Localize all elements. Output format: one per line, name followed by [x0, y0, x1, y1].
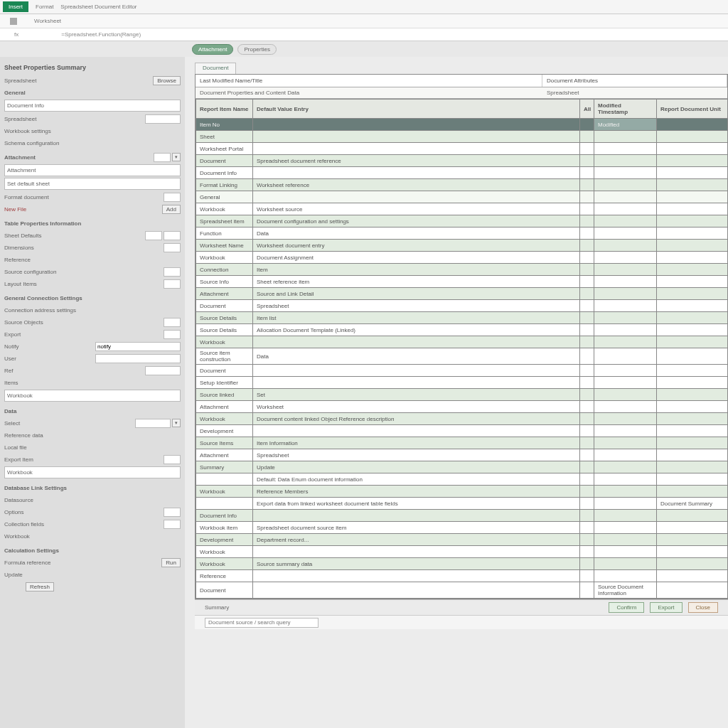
table-row[interactable]: Export data from linked worksheet docume… [196, 498, 728, 510]
cell[interactable] [657, 449, 728, 461]
close-button[interactable]: Close [688, 602, 718, 613]
stepper-icon[interactable]: ▾ [172, 153, 181, 161]
cell[interactable] [594, 461, 657, 473]
cell[interactable] [657, 252, 728, 264]
cell[interactable]: Worksheet Name [196, 240, 253, 252]
options-in[interactable] [164, 508, 181, 517]
cell[interactable] [253, 191, 580, 203]
cell[interactable] [253, 365, 580, 377]
cell[interactable] [657, 119, 728, 131]
cell[interactable] [657, 179, 728, 191]
cell[interactable] [580, 558, 594, 570]
table-row[interactable]: Worksheet Portal [196, 143, 728, 155]
cell[interactable]: Workbook [196, 413, 253, 425]
col-all[interactable]: All [580, 100, 594, 119]
cell[interactable] [657, 336, 728, 348]
cell[interactable] [580, 413, 594, 425]
cell[interactable]: Workbook [196, 546, 253, 558]
table-row[interactable]: Format LinkingWorksheet reference [196, 179, 728, 191]
cell[interactable]: Document [196, 365, 253, 377]
cell[interactable]: Set [253, 389, 580, 401]
cell[interactable] [580, 131, 594, 143]
table-row[interactable]: Source item constructionData [196, 348, 728, 365]
cell[interactable] [657, 131, 728, 143]
table-row[interactable]: FunctionData [196, 228, 728, 240]
table-row[interactable]: Workbook [196, 546, 728, 558]
cell[interactable] [594, 276, 657, 288]
cell[interactable] [594, 389, 657, 401]
table-row[interactable]: Document Info [196, 510, 728, 522]
cell[interactable] [253, 143, 580, 155]
cell[interactable] [594, 401, 657, 413]
cell[interactable]: Development [196, 425, 253, 437]
table-row[interactable]: Worksheet NameWorksheet document entry [196, 240, 728, 252]
cell[interactable]: Item list [253, 312, 580, 324]
cell[interactable] [594, 203, 657, 215]
cell[interactable] [594, 215, 657, 228]
cell[interactable] [580, 570, 594, 582]
cell[interactable] [594, 252, 657, 264]
cell[interactable] [253, 510, 580, 522]
cell[interactable]: Source item construction [196, 348, 253, 365]
cell[interactable]: Setup Identifier [196, 377, 253, 389]
cell[interactable] [594, 437, 657, 449]
cell[interactable]: Document [196, 582, 253, 599]
cell[interactable] [580, 348, 594, 365]
cell[interactable] [657, 582, 728, 599]
cell[interactable] [657, 377, 728, 389]
cell[interactable] [657, 389, 728, 401]
spreadsheet-input[interactable] [145, 114, 181, 124]
cell[interactable] [253, 570, 580, 582]
cell[interactable] [657, 155, 728, 167]
cell[interactable] [594, 336, 657, 348]
cell[interactable]: Source linked [196, 389, 253, 401]
cell[interactable]: Allocation Document Template (Linked) [253, 324, 580, 336]
ribbon-icon[interactable] [10, 18, 17, 25]
cell[interactable]: Source Document Information [594, 582, 657, 599]
cell[interactable]: Workbook [196, 486, 253, 498]
table-row[interactable]: Source linkedSet [196, 389, 728, 401]
table-row[interactable]: Source DetailsAllocation Document Templa… [196, 324, 728, 336]
cell[interactable] [580, 324, 594, 336]
cell[interactable] [580, 377, 594, 389]
panel-top-btn[interactable]: Browse [153, 76, 181, 85]
cell[interactable] [594, 510, 657, 522]
cell[interactable] [580, 534, 594, 546]
table-row[interactable]: SummaryUpdate [196, 461, 728, 473]
table-row[interactable]: Spreadsheet itemDocument configuration a… [196, 215, 728, 228]
table-row[interactable]: WorkbookReference Members [196, 486, 728, 498]
defaults-in[interactable] [145, 231, 162, 240]
cell[interactable]: Document Assignment [253, 252, 580, 264]
cell[interactable] [657, 546, 728, 558]
cell[interactable] [580, 119, 594, 131]
cell[interactable] [657, 558, 728, 570]
user-input[interactable] [95, 354, 181, 363]
cell[interactable] [594, 377, 657, 389]
cell[interactable] [657, 215, 728, 228]
cell[interactable] [580, 143, 594, 155]
cell[interactable] [594, 558, 657, 570]
cell[interactable] [253, 336, 580, 348]
cell[interactable] [594, 365, 657, 377]
cell[interactable] [253, 582, 580, 599]
cell[interactable] [594, 425, 657, 437]
table-row[interactable]: Reference [196, 570, 728, 582]
cell[interactable] [657, 312, 728, 324]
cell[interactable] [657, 264, 728, 276]
cell[interactable]: Data [253, 348, 580, 365]
cell[interactable]: Sheet reference item [253, 276, 580, 288]
cell[interactable] [657, 522, 728, 534]
cell[interactable] [580, 510, 594, 522]
cell[interactable]: Spreadsheet document source item [253, 522, 580, 534]
cell[interactable] [580, 546, 594, 558]
cell[interactable] [594, 240, 657, 252]
cell[interactable] [580, 240, 594, 252]
cell[interactable]: Document [196, 300, 253, 312]
cell[interactable] [594, 191, 657, 203]
dim-input[interactable] [164, 243, 181, 252]
table-row[interactable]: Sheet [196, 131, 728, 143]
table-row[interactable]: WorkbookWorksheet source [196, 203, 728, 215]
cell[interactable]: Attachment [196, 401, 253, 413]
cell[interactable] [594, 179, 657, 191]
table-row[interactable]: General [196, 191, 728, 203]
